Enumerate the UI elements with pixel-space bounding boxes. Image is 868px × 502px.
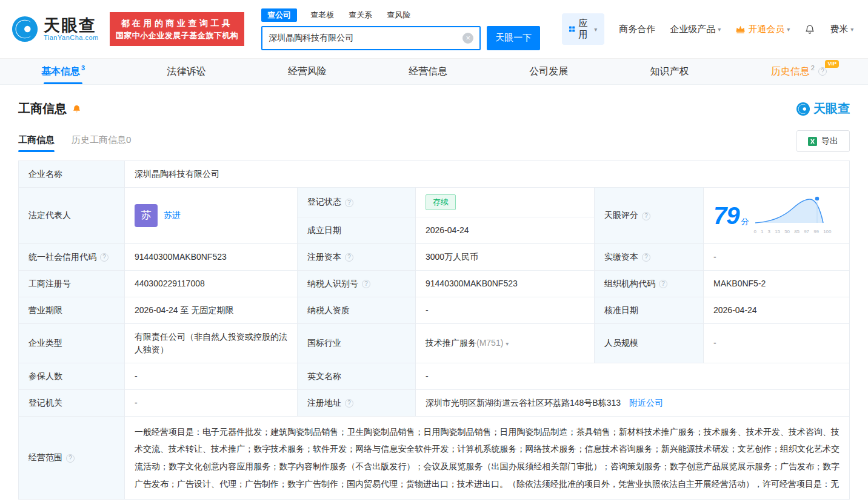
nav-username: 费米 bbox=[830, 24, 848, 35]
approval-date-label: 核准日期 bbox=[595, 297, 704, 323]
org-code-value: MAKB0NF5-2 bbox=[704, 270, 850, 297]
nav-enterprise-products[interactable]: 企业级产品 ▾ bbox=[670, 24, 721, 35]
tab-development-label: 公司发展 bbox=[529, 65, 568, 78]
score-number: 79 bbox=[713, 202, 739, 229]
tab-intellectual-property[interactable]: 知识产权 bbox=[647, 59, 693, 84]
reg-status-label: 登记状态? bbox=[298, 188, 416, 217]
credit-code-label: 统一社会信用代码? bbox=[19, 243, 125, 270]
tab-operation-label: 经营信息 bbox=[409, 65, 447, 78]
export-button[interactable]: 导出 bbox=[796, 130, 850, 152]
reg-authority-label: 登记机关 bbox=[19, 389, 125, 416]
help-icon[interactable]: ? bbox=[362, 280, 370, 288]
address-value: 深圳市光明区新湖街道云谷社区环荔路148号B栋313 附近公司 bbox=[416, 389, 850, 416]
table-row: 企业类型 有限责任公司（非自然人投资或控股的法人独资） 国标行业 技术推广服务(… bbox=[19, 323, 850, 363]
english-name-value: - bbox=[416, 363, 850, 389]
search-tabs: 查公司 查老板 查关系 查风险 bbox=[261, 8, 540, 22]
subtabs: 工商信息 历史工商信息0 bbox=[18, 134, 131, 152]
nav-user-menu[interactable]: 费米 ▾ bbox=[830, 24, 853, 35]
score-value[interactable]: 79分 0131550859799100 bbox=[704, 188, 850, 244]
nav-business-cooperation[interactable]: 商务合作 bbox=[619, 24, 655, 35]
tianyancha-watermark: 天眼查 bbox=[796, 101, 850, 117]
help-icon[interactable]: ? bbox=[345, 199, 353, 207]
established-label: 成立日期 bbox=[298, 217, 416, 243]
nav-cooperation-label: 商务合作 bbox=[619, 24, 655, 35]
notification-bell-icon[interactable] bbox=[804, 24, 815, 35]
org-code-label: 组织机构代码? bbox=[595, 270, 704, 297]
taxpayer-quality-value: - bbox=[416, 297, 595, 323]
business-term-value: 2026-04-24 至 无固定期限 bbox=[125, 297, 298, 323]
top-nav: 应用 ▾ 商务合作 企业级产品 ▾ 开通会员 ▾ bbox=[562, 13, 858, 45]
table-row: 工商注册号 440300229117008 纳税人识别号? 91440300MA… bbox=[19, 270, 850, 297]
tab-operating-info[interactable]: 经营信息 bbox=[405, 59, 451, 84]
score-number-wrap: 79分 bbox=[713, 203, 749, 228]
tianyancha-logo[interactable]: 天眼查 TianYanCha.com bbox=[11, 15, 99, 43]
company-type-value: 有限责任公司（非自然人投资或控股的法人独资） bbox=[125, 323, 298, 363]
help-icon[interactable]: ? bbox=[659, 280, 667, 288]
help-icon[interactable]: ? bbox=[642, 212, 650, 220]
business-scope-value: 一般经营项目是：电子元器件批发；建筑陶瓷制品销售；卫生陶瓷制品销售；日用陶瓷制品… bbox=[125, 416, 850, 500]
tab-legal-label: 法律诉讼 bbox=[167, 65, 205, 78]
legal-rep-avatar[interactable]: 苏 bbox=[135, 204, 158, 227]
help-icon[interactable]: ? bbox=[642, 253, 650, 262]
tab-risk-label: 经营风险 bbox=[288, 65, 327, 78]
subtab-business-info[interactable]: 工商信息 bbox=[18, 134, 55, 152]
score-chart-axis: 0131550859799100 bbox=[754, 228, 832, 236]
help-icon[interactable]: ? bbox=[100, 253, 109, 262]
insured-count-label: 参保人数 bbox=[19, 363, 125, 389]
company-name-value: 深圳晶陶科技有限公司 bbox=[125, 161, 850, 188]
table-row: 参保人数 - 英文名称 - bbox=[19, 363, 850, 389]
search-tab-risk[interactable]: 查风险 bbox=[386, 8, 412, 22]
score-curve-chart bbox=[754, 195, 832, 224]
tab-operating-risk[interactable]: 经营风险 bbox=[284, 59, 330, 84]
tab-legal-proceedings[interactable]: 法律诉讼 bbox=[163, 59, 209, 84]
search-input[interactable] bbox=[269, 33, 462, 43]
search-button[interactable]: 天眼一下 bbox=[487, 26, 540, 50]
apps-label: 应用 bbox=[579, 18, 591, 41]
help-icon[interactable]: ? bbox=[818, 67, 827, 76]
caret-down-icon: ▾ bbox=[850, 26, 853, 33]
nav-open-vip[interactable]: 开通会员 ▾ bbox=[735, 24, 790, 35]
tab-history-info[interactable]: VIP 历史信息 2 ? bbox=[767, 59, 830, 84]
monitor-bell-icon[interactable] bbox=[72, 104, 82, 114]
help-icon[interactable]: ? bbox=[66, 454, 75, 463]
reg-authority-value: - bbox=[125, 389, 298, 416]
insured-count-value: - bbox=[125, 363, 298, 389]
promo-line1: 都在用的商业查询工具 bbox=[116, 17, 239, 30]
promo-line2: 国家中小企业发展子基金旗下机构 bbox=[116, 30, 239, 42]
reg-capital-label: 注册资本? bbox=[298, 243, 416, 270]
score-unit: 分 bbox=[741, 217, 749, 226]
reg-status-value: 存续 bbox=[416, 188, 595, 217]
tab-basic-info-label: 基本信息 bbox=[41, 65, 80, 78]
business-term-label: 营业期限 bbox=[19, 297, 125, 323]
tab-history-count: 2 bbox=[811, 64, 815, 71]
company-name-label: 企业名称 bbox=[19, 161, 125, 188]
tab-basic-info[interactable]: 基本信息 3 bbox=[38, 59, 88, 84]
help-icon[interactable]: ? bbox=[345, 399, 353, 408]
apps-menu[interactable]: 应用 ▾ bbox=[562, 13, 604, 45]
caret-down-icon: ▾ bbox=[594, 26, 597, 33]
subtab-history-business-info[interactable]: 历史工商信息0 bbox=[72, 134, 131, 152]
chevron-down-icon[interactable]: ▾ bbox=[506, 340, 509, 347]
table-row: 统一社会信用代码? 91440300MAKB0NF523 注册资本? 3000万… bbox=[19, 243, 850, 270]
table-row: 经营范围? 一般经营项目是：电子元器件批发；建筑陶瓷制品销售；卫生陶瓷制品销售；… bbox=[19, 416, 850, 500]
search-tab-company[interactable]: 查公司 bbox=[261, 8, 297, 22]
nearby-companies-link[interactable]: 附近公司 bbox=[629, 398, 663, 408]
tab-basic-info-count: 3 bbox=[81, 64, 85, 71]
search-tab-relation[interactable]: 查关系 bbox=[347, 8, 373, 22]
page: 天眼查 TianYanCha.com 都在用的商业查询工具 国家中小企业发展子基… bbox=[0, 0, 868, 502]
industry-label: 国标行业 bbox=[298, 323, 416, 363]
paid-capital-label: 实缴资本? bbox=[595, 243, 704, 270]
reg-number-label: 工商注册号 bbox=[19, 270, 125, 297]
help-icon[interactable]: ? bbox=[345, 253, 353, 262]
vip-badge: VIP bbox=[825, 60, 839, 68]
caret-down-icon: ▾ bbox=[718, 26, 721, 33]
company-type-label: 企业类型 bbox=[19, 323, 125, 363]
staff-size-label: 人员规模 bbox=[595, 323, 704, 363]
taxpayer-id-value: 91440300MAKB0NF523 bbox=[416, 270, 595, 297]
search-tab-boss[interactable]: 查老板 bbox=[309, 8, 335, 22]
search-area: 查公司 查老板 查关系 查风险 × 天眼一下 bbox=[261, 8, 540, 50]
clear-search-icon[interactable]: × bbox=[462, 33, 473, 44]
tab-company-development[interactable]: 公司发展 bbox=[526, 59, 572, 84]
legal-rep-name-link[interactable]: 苏进 bbox=[164, 209, 181, 222]
tab-history-label: 历史信息 bbox=[771, 65, 810, 78]
